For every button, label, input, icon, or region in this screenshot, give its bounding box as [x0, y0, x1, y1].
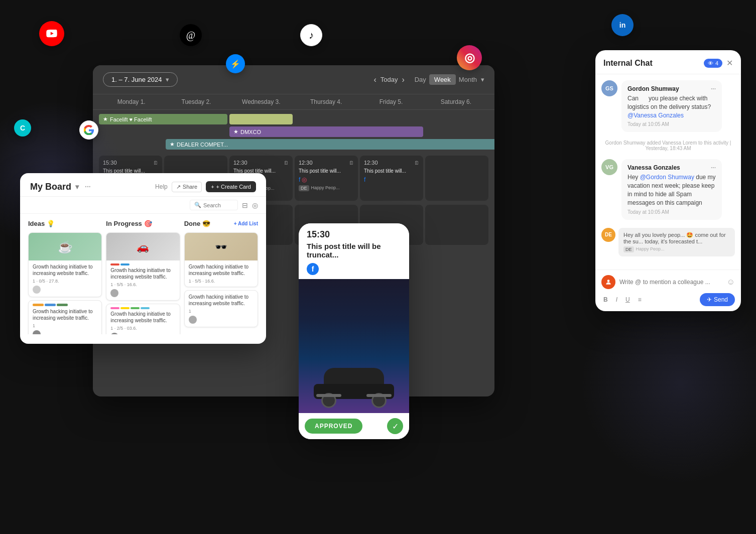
approved-bar: APPROVED ✓	[299, 413, 409, 439]
gordon-name: Gordon Shumway ···	[627, 85, 716, 92]
event-dealer[interactable]: ★ DEALER COMPET...	[166, 139, 494, 150]
day-mon: Monday 1.	[99, 98, 164, 105]
avatar-small-1	[33, 286, 41, 294]
system-message-1: Gordon Shumway added Vanessa Lorem to th…	[601, 138, 735, 153]
ideas-card-2[interactable]: Growth hacking initiative to increasing …	[28, 300, 102, 334]
inprogress-card-1-footer	[110, 289, 175, 297]
column-done: Done 😎 + Add List 🕶️ Growth hacking init…	[184, 218, 258, 334]
format-tools: B I U ≡	[601, 295, 644, 304]
instagram-icon[interactable]: ◎	[457, 45, 482, 70]
threads-icon[interactable]: @	[180, 24, 202, 46]
inprogress-card-1[interactable]: 🚗 Growth hacking initiative to increasin…	[106, 232, 180, 301]
send-button[interactable]: ✈ Send	[700, 293, 735, 306]
settings-icon[interactable]: ◎	[252, 201, 258, 209]
post-row2-col6	[425, 205, 488, 245]
italic-button[interactable]: I	[614, 295, 619, 304]
event-dmxco-text: DMXCO	[240, 129, 261, 135]
linkedin-icon[interactable]: in	[611, 14, 634, 36]
post-5-title: This post title will...	[364, 168, 419, 174]
list-button[interactable]: ≡	[636, 295, 644, 304]
youtube-icon[interactable]	[39, 21, 64, 46]
add-list-btn[interactable]: + Add List	[234, 221, 258, 226]
inprogress-card-2[interactable]: Growth hacking initiative to increasing …	[106, 304, 180, 334]
view-month-label[interactable]: Month	[459, 76, 477, 83]
eye-badge: 👁 4	[704, 59, 722, 68]
canva-icon[interactable]: C	[14, 119, 31, 137]
car-silhouette	[314, 368, 394, 408]
post-col-5[interactable]: 12:30 🗓 This post title will... f	[360, 156, 423, 201]
post-5-icons: f	[364, 176, 419, 183]
tag-red	[110, 263, 119, 265]
eye-icon: 👁	[708, 60, 713, 66]
event-row-2: ★ DMXCO ★ DEALER COMPET...	[99, 126, 488, 150]
view-week-label[interactable]: Week	[429, 74, 456, 85]
chat-input-field[interactable]	[619, 279, 723, 286]
share-button[interactable]: ↗ Share	[172, 182, 202, 192]
emoji-icon[interactable]: ☺	[727, 278, 735, 287]
filter-icon[interactable]: ⊟	[242, 201, 248, 209]
sender-avatar	[601, 275, 615, 289]
tag-blue	[45, 304, 56, 306]
avatar-small-2	[33, 330, 41, 334]
create-card-button[interactable]: + + Create Card	[206, 181, 256, 192]
extra-message: DE Hey all you lovely peop... 🤩 come out…	[601, 228, 735, 256]
board-dropdown-icon[interactable]: ▾	[75, 183, 79, 191]
inprogress-card-2-body: Growth hacking initiative to increasing …	[106, 304, 179, 334]
board-title-area: My Board ▾ ···	[30, 182, 91, 192]
board-title-text: My Board	[30, 182, 71, 192]
tiktok-icon[interactable]: ♪	[300, 24, 322, 46]
inprogress-card-2-footer	[110, 333, 175, 334]
chat-header: Internal Chat 👁 4 ✕	[595, 50, 741, 74]
col-inprogress-title: In Progress 🎯	[106, 218, 180, 229]
post-4-title: This post title will...	[299, 168, 354, 174]
post-4-fb-icon: f	[299, 176, 300, 183]
eye-count: 4	[715, 60, 718, 66]
chat-panel: Internal Chat 👁 4 ✕ GS Gordon Shumway ··…	[595, 50, 741, 311]
extra-badges: DE Happy Peop...	[623, 246, 730, 252]
prev-arrow[interactable]: ‹	[373, 75, 376, 84]
done-card-1[interactable]: 🕶️ Growth hacking initiative to increasi…	[184, 232, 258, 287]
bold-button[interactable]: B	[601, 295, 610, 304]
approved-button[interactable]: APPROVED	[305, 419, 362, 434]
message-gordon: GS Gordon Shumway ··· Can you please che…	[601, 80, 735, 132]
search-input[interactable]	[203, 202, 233, 208]
messenger-icon[interactable]: ⚡	[226, 54, 245, 73]
inprogress-card-1-body: Growth hacking initiative to increasing …	[106, 260, 179, 300]
mobile-post-header: 15:30 This post title will be truncat...…	[299, 223, 409, 279]
ideas-card-2-meta: 1	[33, 323, 35, 328]
avatar-done-2	[189, 316, 197, 324]
mobile-preview-panel: 15:30 This post title will be truncat...…	[299, 223, 409, 439]
close-button[interactable]: ✕	[726, 58, 733, 68]
date-selector[interactable]: 1. – 7. June 2024 ▾	[103, 72, 178, 87]
car-emoji: 🚗	[137, 241, 149, 253]
gordon-more-icon[interactable]: ···	[711, 85, 716, 92]
board-more-icon[interactable]: ···	[85, 183, 91, 191]
tag-orange	[33, 304, 44, 306]
search-icon: 🔍	[194, 202, 201, 208]
ideas-card-2-body: Growth hacking initiative to increasing …	[29, 301, 101, 334]
google-icon[interactable]	[79, 120, 98, 140]
next-arrow[interactable]: ›	[402, 75, 404, 84]
view-day-label[interactable]: Day	[415, 76, 426, 83]
underline-button[interactable]: U	[623, 295, 632, 304]
mobile-title: This post title will be truncat...	[307, 242, 401, 259]
happy-badge-4: Happy Peop...	[311, 185, 340, 191]
ideas-card-1-footer	[33, 286, 97, 294]
event-facelift[interactable]: ★ Facelift ♥ Facelift	[99, 114, 227, 124]
check-icon: ✓	[387, 418, 403, 434]
post-col-4[interactable]: 12:30 🗓 This post title will... f ◎ DE H…	[295, 156, 358, 201]
avatar-vanessa: VG	[601, 159, 617, 175]
help-label[interactable]: Help	[155, 183, 168, 190]
board-columns: Ideas 💡 ☕ Growth hacking initiative to i…	[20, 214, 266, 334]
search-box[interactable]: 🔍	[190, 200, 238, 210]
today-button[interactable]: Today	[381, 76, 398, 83]
event-dmxco[interactable]: ★ DMXCO	[229, 126, 423, 137]
vanessa-name: Vanessa Gonzales ···	[627, 164, 716, 171]
board-header: My Board ▾ ··· Help ↗ Share + + Create C…	[20, 173, 266, 197]
day-fri: Friday 5.	[358, 98, 423, 105]
done-card-2[interactable]: Growth hacking initiative to increasing …	[184, 290, 258, 327]
ideas-card-1[interactable]: ☕ Growth hacking initiative to increasin…	[28, 232, 102, 297]
vanessa-more-icon[interactable]: ···	[711, 164, 716, 171]
done-card-1-body: Growth hacking initiative to increasing …	[185, 260, 258, 287]
tag-pink	[110, 307, 119, 309]
